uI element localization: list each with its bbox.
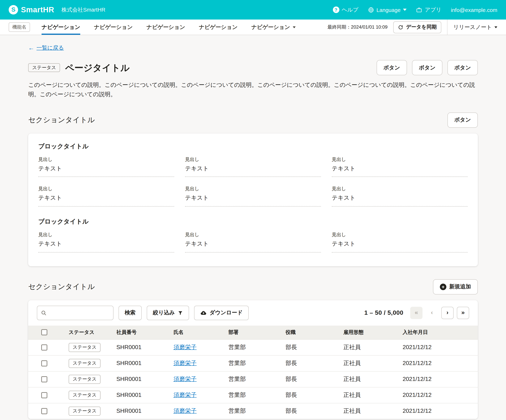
app-root: S SmartHR 株式会社SmartHR ? ヘルプ Language — [0, 0, 506, 420]
nav-item-label: ナビゲーション — [41, 24, 80, 31]
globe-icon — [368, 7, 374, 13]
row-checkbox[interactable] — [41, 408, 47, 414]
position-cell: 部長 — [277, 407, 335, 415]
pagination-next-button[interactable]: › — [441, 307, 453, 319]
status-badge: ステータス — [69, 359, 100, 368]
definition-description: テキスト — [332, 165, 468, 177]
help-link[interactable]: ? ヘルプ — [333, 6, 358, 13]
table-header-row: ステータス 社員番号 氏名 部署 役職 雇用形態 入社年月日 — [28, 325, 478, 339]
definition-grid: 見出し テキスト 見出し テキスト 見出し テキスト 見出し テキスト 見出し — [38, 156, 468, 215]
employee-name-link[interactable]: 須磨栄子 — [173, 376, 197, 382]
release-notes-link[interactable]: リリースノート — [453, 24, 497, 31]
nav-item[interactable]: ナビゲーション — [146, 20, 185, 35]
info-card: ブロックタイトル 見出し テキスト 見出し テキスト 見出し テキスト 見出し … — [28, 134, 478, 266]
definition-item: 見出し テキスト — [38, 231, 174, 252]
pagination-range: 1 – 50 / 5,000 — [364, 309, 403, 316]
row-checkbox[interactable] — [41, 376, 47, 382]
sync-data-button[interactable]: データを同期 — [393, 21, 441, 33]
table-row: ステータス SHR0001 須磨栄子 営業部 部長 正社員 2021/12/12 — [28, 387, 478, 403]
status-badge: ステータス — [28, 63, 60, 72]
employee-name-link[interactable]: 須磨栄子 — [173, 407, 197, 414]
language-menu[interactable]: Language — [368, 7, 407, 13]
nav-item[interactable]: ナビゲーション — [94, 20, 133, 35]
page-actions: ボタン ボタン ボタン — [377, 60, 478, 75]
search-button-label: 検索 — [125, 309, 135, 316]
refresh-icon — [398, 24, 404, 30]
page-title-row: ステータス ページタイトル ボタン ボタン ボタン — [28, 60, 478, 75]
department-cell: 営業部 — [220, 391, 277, 399]
page-title: ページタイトル — [65, 62, 130, 74]
brand-wordmark: SmartHR — [21, 6, 54, 14]
definition-description: テキスト — [185, 240, 321, 252]
pagination-first-button[interactable]: « — [410, 307, 423, 319]
search-icon — [41, 310, 47, 316]
row-checkbox[interactable] — [41, 360, 47, 366]
definition-term: 見出し — [38, 156, 174, 163]
department-cell: 営業部 — [220, 359, 277, 367]
pagination: 1 – 50 / 5,000 « ‹ › » — [364, 307, 469, 319]
definition-description: テキスト — [38, 165, 174, 177]
plus-icon: + — [440, 284, 446, 290]
table-row: ステータス SHR0001 須磨栄子 営業部 部長 正社員 2021/12/12 — [28, 371, 478, 387]
pagination-prev-button[interactable]: ‹ — [426, 307, 438, 319]
pagination-last-button[interactable]: » — [457, 307, 469, 319]
back-link[interactable]: ← 一覧に戻る — [28, 45, 64, 51]
section-button[interactable]: ボタン — [447, 113, 478, 128]
definition-description: テキスト — [332, 240, 468, 252]
page-action-button[interactable]: ボタン — [377, 60, 407, 75]
definition-term: 見出し — [185, 231, 321, 238]
section-title: セクションタイトル — [28, 282, 95, 291]
definition-item: 見出し テキスト — [185, 186, 321, 207]
nav-item-dropdown[interactable]: ナビゲーション — [251, 20, 295, 35]
column-header: 社員番号 — [108, 329, 165, 336]
employee-id-cell: SHR0001 — [108, 408, 165, 414]
department-cell: 営業部 — [220, 407, 277, 415]
download-button[interactable]: ダウンロード — [194, 305, 249, 320]
help-label: ヘルプ — [342, 6, 358, 13]
definition-term: 見出し — [38, 186, 174, 192]
nav-item-label: ナビゲーション — [199, 24, 238, 31]
status-badge: ステータス — [69, 375, 100, 384]
filter-button[interactable]: 絞り込み — [147, 305, 189, 320]
row-checkbox[interactable] — [41, 344, 47, 350]
back-arrow-icon: ← — [28, 45, 34, 51]
nav-item[interactable]: ナビゲーション — [41, 20, 80, 35]
account-email-label: info@example.com — [451, 7, 497, 13]
definition-description: テキスト — [185, 165, 321, 177]
hire-date-cell: 2021/12/12 — [394, 344, 478, 351]
apps-label: アプリ — [425, 6, 441, 13]
feature-badge: 機能名 — [9, 22, 30, 32]
employee-name-link[interactable]: 須磨栄子 — [173, 344, 197, 350]
employee-name-link[interactable]: 須磨栄子 — [173, 360, 197, 366]
app-nav: 機能名 ナビゲーション ナビゲーション ナビゲーション ナビゲーション ナビゲー… — [0, 20, 506, 35]
company-name: 株式会社SmartHR — [61, 6, 105, 13]
employee-name-link[interactable]: 須磨栄子 — [173, 392, 197, 398]
search-box — [37, 305, 113, 320]
apps-link[interactable]: アプリ — [416, 6, 441, 13]
definition-description: テキスト — [185, 194, 321, 207]
account-email[interactable]: info@example.com — [451, 7, 497, 13]
hire-date-cell: 2021/12/12 — [394, 376, 478, 382]
row-checkbox[interactable] — [41, 392, 47, 398]
definition-term: 見出し — [332, 186, 468, 192]
employee-id-cell: SHR0001 — [108, 344, 165, 351]
search-button[interactable]: 検索 — [119, 305, 142, 320]
position-cell: 部長 — [277, 344, 335, 351]
column-header: 入社年月日 — [394, 329, 478, 336]
page-action-button[interactable]: ボタン — [412, 60, 442, 75]
nav-item[interactable]: ナビゲーション — [199, 20, 238, 35]
definition-description: テキスト — [38, 194, 174, 207]
column-header: 氏名 — [165, 329, 220, 336]
table-row: ステータス SHR0001 須磨栄子 営業部 部長 正社員 2021/12/12 — [28, 355, 478, 371]
divider — [447, 20, 447, 35]
status-badge: ステータス — [69, 343, 100, 352]
add-new-button[interactable]: + 新規追加 — [433, 279, 478, 294]
search-input[interactable] — [37, 305, 113, 320]
back-link-label: 一覧に戻る — [37, 45, 64, 51]
page-action-button[interactable]: ボタン — [447, 60, 478, 75]
status-badge: ステータス — [69, 391, 100, 400]
column-header: 部署 — [220, 329, 277, 336]
select-all-checkbox[interactable] — [41, 329, 47, 335]
employee-id-cell: SHR0001 — [108, 376, 165, 382]
definition-description: テキスト — [38, 240, 174, 252]
